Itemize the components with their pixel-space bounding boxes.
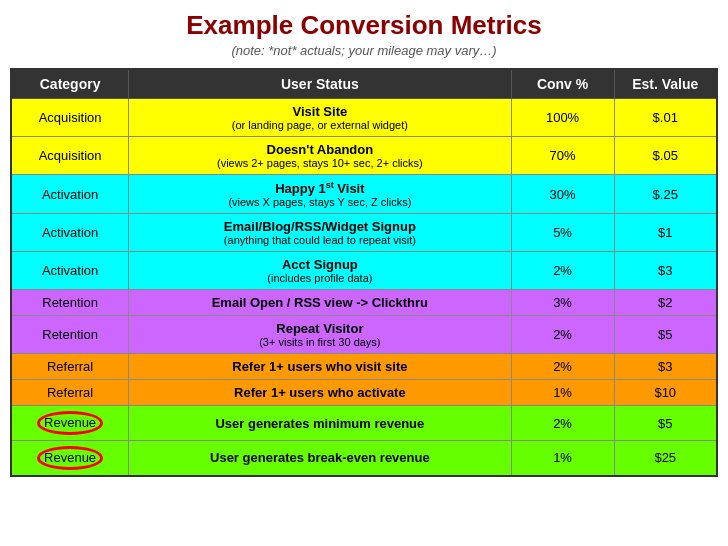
cell-conv: 1% [511,440,614,475]
cell-status: Doesn't Abandon(views 2+ pages, stays 10… [129,137,511,175]
table-row: RevenueUser generates break-even revenue… [11,440,717,475]
cell-status: Email Open / RSS view -> Clickthru [129,290,511,316]
cell-value: $5 [614,316,717,354]
header-status: User Status [129,69,511,99]
table-row: RevenueUser generates minimum revenue2%$… [11,406,717,441]
cell-value: $2 [614,290,717,316]
cell-status: Refer 1+ users who activate [129,380,511,406]
cell-category: Activation [11,252,129,290]
cell-category: Acquisition [11,99,129,137]
cell-value: $3 [614,252,717,290]
cell-category: Retention [11,316,129,354]
metrics-table: Category User Status Conv % Est. Value A… [10,68,718,477]
cell-conv: 100% [511,99,614,137]
table-row: ActivationHappy 1st Visit(views X pages,… [11,175,717,214]
page-subtitle: (note: *not* actuals; your mileage may v… [10,43,718,58]
cell-status: Visit Site(or landing page, or external … [129,99,511,137]
cell-value: $10 [614,380,717,406]
table-row: AcquisitionDoesn't Abandon(views 2+ page… [11,137,717,175]
table-row: RetentionRepeat Visitor(3+ visits in fir… [11,316,717,354]
cell-conv: 3% [511,290,614,316]
cell-category: Revenue [11,440,129,475]
table-row: ActivationEmail/Blog/RSS/Widget Signup(a… [11,214,717,252]
cell-status: Refer 1+ users who visit site [129,354,511,380]
cell-category: Activation [11,214,129,252]
cell-conv: 5% [511,214,614,252]
table-row: RetentionEmail Open / RSS view -> Clickt… [11,290,717,316]
table-row: ActivationAcct Signup(includes profile d… [11,252,717,290]
cell-status: Acct Signup(includes profile data) [129,252,511,290]
cell-status: User generates minimum revenue [129,406,511,441]
cell-value: $.25 [614,175,717,214]
cell-category: Referral [11,354,129,380]
header-value: Est. Value [614,69,717,99]
cell-conv: 2% [511,354,614,380]
cell-value: $5 [614,406,717,441]
table-row: ReferralRefer 1+ users who visit site2%$… [11,354,717,380]
table-row: AcquisitionVisit Site(or landing page, o… [11,99,717,137]
cell-value: $.01 [614,99,717,137]
cell-conv: 2% [511,252,614,290]
page-title: Example Conversion Metrics [10,10,718,41]
cell-conv: 1% [511,380,614,406]
cell-conv: 70% [511,137,614,175]
cell-status: Email/Blog/RSS/Widget Signup(anything th… [129,214,511,252]
cell-value: $1 [614,214,717,252]
cell-conv: 2% [511,406,614,441]
cell-category: Acquisition [11,137,129,175]
header-conv: Conv % [511,69,614,99]
cell-status: Repeat Visitor(3+ visits in first 30 day… [129,316,511,354]
cell-category: Retention [11,290,129,316]
cell-category: Referral [11,380,129,406]
cell-status: User generates break-even revenue [129,440,511,475]
cell-value: $25 [614,440,717,475]
header-category: Category [11,69,129,99]
cell-status: Happy 1st Visit(views X pages, stays Y s… [129,175,511,214]
cell-category: Activation [11,175,129,214]
cell-value: $.05 [614,137,717,175]
cell-conv: 2% [511,316,614,354]
table-row: ReferralRefer 1+ users who activate1%$10 [11,380,717,406]
cell-conv: 30% [511,175,614,214]
cell-category: Revenue [11,406,129,441]
cell-value: $3 [614,354,717,380]
